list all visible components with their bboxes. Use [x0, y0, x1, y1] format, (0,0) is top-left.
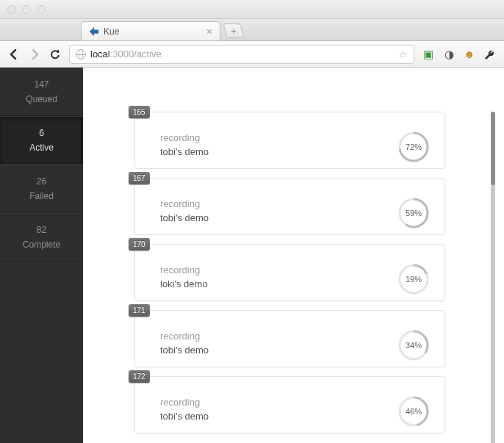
job-list: 165recordingtobi's demo72%167recordingto…: [83, 68, 504, 443]
wrench-icon[interactable]: [483, 48, 497, 61]
sidebar-label: Active: [29, 143, 54, 153]
address-bar[interactable]: local:3000/active ☆: [69, 45, 414, 64]
sidebar-item-queued[interactable]: 147Queued: [0, 68, 83, 116]
job-title: tobi's demo: [160, 212, 209, 223]
bookmark-star-icon[interactable]: ☆: [398, 48, 408, 61]
window-titlebar: [0, 0, 504, 19]
job-type: recording: [160, 198, 209, 209]
sidebar-count: 6: [39, 128, 44, 138]
forward-button[interactable]: [28, 48, 41, 61]
job-progress: 34%: [397, 329, 430, 361]
extension-icon[interactable]: ◑: [442, 48, 456, 61]
job-progress-label: 59%: [397, 197, 430, 229]
job-progress-label: 46%: [397, 395, 430, 428]
job-id-badge: 167: [129, 172, 150, 184]
sidebar-count: 147: [34, 79, 48, 90]
job-card[interactable]: 165recordingtobi's demo72%: [134, 112, 445, 169]
job-title: tobi's demo: [160, 345, 209, 356]
job-meta: recordingloki's demo: [160, 264, 208, 289]
job-meta: recordingtobi's demo: [160, 397, 209, 422]
job-id-badge: 171: [129, 304, 150, 317]
job-progress-label: 19%: [397, 263, 430, 295]
tab-favicon: [89, 26, 99, 37]
browser-window: Kue × + local:3000/active ☆ ▣ ◑ ☻ 14: [0, 0, 504, 443]
close-tab-icon[interactable]: ×: [206, 26, 212, 37]
sidebar-label: Failed: [29, 191, 54, 201]
job-meta: recordingtobi's demo: [160, 198, 209, 223]
extension-icon[interactable]: ☻: [463, 48, 476, 61]
job-progress-label: 72%: [397, 131, 430, 163]
browser-toolbar: local:3000/active ☆ ▣ ◑ ☻: [0, 41, 504, 68]
job-card[interactable]: 171recordingtobi's demo34%: [134, 310, 445, 367]
url-text: local:3000/active: [90, 48, 162, 60]
extension-icons: ▣ ◑ ☻: [422, 48, 497, 61]
job-meta: recordingtobi's demo: [160, 331, 209, 356]
job-id-badge: 172: [129, 370, 150, 383]
job-meta: recordingtobi's demo: [160, 132, 209, 157]
sidebar-count: 26: [37, 176, 46, 187]
job-title: tobi's demo: [160, 411, 209, 422]
job-title: tobi's demo: [160, 146, 209, 157]
sidebar-label: Complete: [23, 239, 60, 250]
minimize-window-button[interactable]: [22, 5, 31, 14]
tab-title: Kue: [104, 26, 119, 37]
job-progress-label: 34%: [397, 329, 430, 361]
job-progress: 46%: [397, 395, 430, 428]
job-progress: 59%: [397, 197, 430, 229]
job-id-badge: 165: [129, 106, 150, 118]
app-viewport: 147Queued6Active26Failed82Complete 165re…: [0, 68, 504, 443]
job-progress: 72%: [397, 131, 430, 163]
sidebar-item-failed[interactable]: 26Failed: [0, 165, 83, 213]
job-type: recording: [160, 331, 209, 342]
sidebar-item-complete[interactable]: 82Complete: [0, 213, 83, 262]
job-card[interactable]: 167recordingtobi's demo59%: [134, 178, 445, 235]
sidebar-item-active[interactable]: 6Active: [0, 116, 83, 165]
job-type: recording: [160, 397, 209, 408]
tab-strip: Kue × +: [0, 19, 504, 41]
scrollbar-thumb[interactable]: [491, 112, 495, 185]
reload-button[interactable]: [48, 48, 62, 61]
job-card[interactable]: 172recordingtobi's demo46%: [134, 376, 445, 433]
close-window-button[interactable]: [7, 5, 16, 14]
back-button[interactable]: [7, 48, 21, 61]
job-progress: 19%: [397, 263, 430, 295]
svg-marker-0: [90, 26, 98, 35]
browser-tab[interactable]: Kue ×: [81, 21, 220, 40]
site-info-icon[interactable]: [76, 49, 86, 60]
extension-icon[interactable]: ▣: [422, 48, 435, 61]
new-tab-button[interactable]: +: [223, 24, 244, 38]
sidebar: 147Queued6Active26Failed82Complete: [0, 68, 83, 443]
job-type: recording: [160, 264, 208, 275]
job-card[interactable]: 170recordingloki's demo19%: [134, 244, 445, 301]
job-title: loki's demo: [160, 278, 208, 289]
job-type: recording: [160, 132, 209, 143]
sidebar-label: Queued: [26, 94, 57, 104]
sidebar-count: 82: [37, 225, 46, 235]
zoom-window-button[interactable]: [37, 5, 46, 14]
traffic-lights: [7, 5, 46, 14]
job-id-badge: 170: [129, 238, 150, 251]
